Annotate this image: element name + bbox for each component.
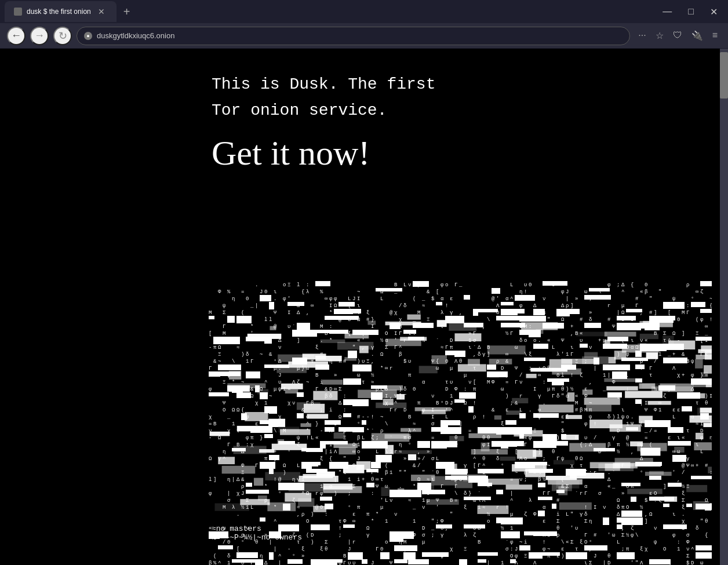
reload-button[interactable]: ↻ bbox=[53, 27, 72, 45]
address-bar[interactable]: ● duskgytldkxiuqc6.onion bbox=[77, 27, 630, 45]
scrollbar-thumb[interactable] bbox=[720, 52, 728, 99]
footer: ≈no masters ½~~~~P~¾½|~no owners bbox=[212, 524, 302, 542]
window-controls: — □ ✕ bbox=[657, 4, 723, 20]
new-tab-button[interactable]: + bbox=[119, 3, 135, 21]
tagline-line2: Tor onion service. bbox=[212, 101, 387, 119]
active-tab[interactable]: dusk $ the first onion ✕ bbox=[5, 1, 117, 22]
footer-line1: ≈no masters bbox=[212, 524, 302, 533]
page-cta[interactable]: Get it now! bbox=[212, 133, 720, 173]
tagline-line1: This is Dusk. The first bbox=[212, 75, 435, 93]
tab-favicon-icon bbox=[14, 8, 22, 16]
page-content: This is Dusk. The first Tor onion servic… bbox=[0, 49, 720, 565]
page-inner: This is Dusk. The first Tor onion servic… bbox=[0, 49, 720, 173]
more-button[interactable]: ··· bbox=[635, 28, 649, 43]
extensions-button[interactable]: 🔌 bbox=[688, 28, 707, 43]
title-bar: dusk $ the first onion ✕ + — □ ✕ bbox=[0, 0, 728, 23]
ascii-canvas bbox=[209, 280, 712, 565]
toolbar-actions: ··· ☆ 🛡 🔌 ≡ bbox=[635, 28, 721, 43]
tab-close-button[interactable]: ✕ bbox=[96, 6, 107, 17]
scrollbar-track[interactable] bbox=[720, 49, 728, 565]
back-button[interactable]: ← bbox=[7, 27, 26, 45]
maximize-button[interactable]: □ bbox=[682, 4, 700, 20]
content-area: This is Dusk. The first Tor onion servic… bbox=[0, 49, 728, 565]
bookmark-button[interactable]: ☆ bbox=[652, 28, 667, 43]
close-button[interactable]: ✕ bbox=[704, 4, 723, 20]
tab-bar: dusk $ the first onion ✕ + bbox=[5, 1, 654, 22]
toolbar: ← → ↻ ● duskgytldkxiuqc6.onion ··· ☆ 🛡 🔌… bbox=[0, 23, 728, 49]
tab-title: dusk $ the first onion bbox=[27, 8, 91, 16]
forward-button[interactable]: → bbox=[30, 27, 49, 45]
ascii-art-container bbox=[209, 280, 712, 565]
site-security-icon: ● bbox=[84, 32, 92, 40]
shield-button[interactable]: 🛡 bbox=[669, 28, 686, 43]
menu-button[interactable]: ≡ bbox=[709, 28, 721, 43]
address-text: duskgytldkxiuqc6.onion bbox=[97, 31, 623, 40]
minimize-button[interactable]: — bbox=[657, 4, 678, 20]
page-tagline: This is Dusk. The first Tor onion servic… bbox=[212, 72, 720, 124]
footer-line2: ½~~~~P~¾½|~no owners bbox=[212, 533, 302, 542]
